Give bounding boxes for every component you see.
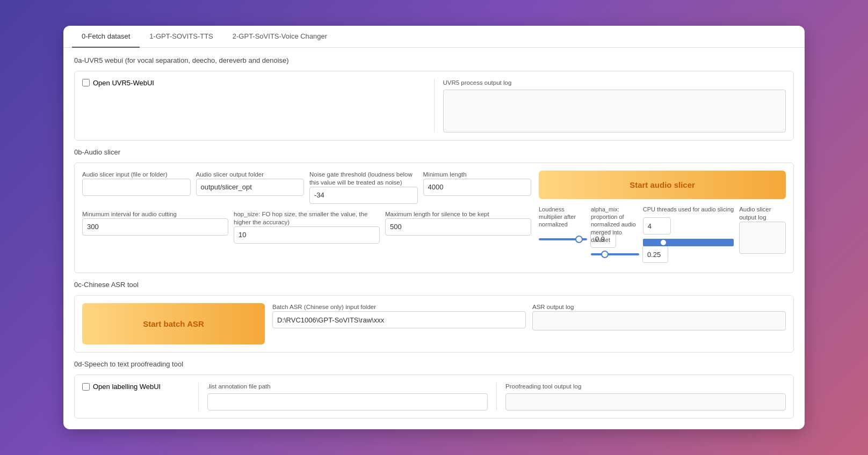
uvr5-log-label: UVR5 process output log	[443, 79, 786, 87]
speech-mid: .list annotation file path	[207, 383, 488, 410]
tab-voice-changer[interactable]: 2-GPT-SoVITS-Voice Changer	[223, 26, 337, 48]
cpu-threads-label: CPU threads used for audio slicing	[643, 206, 734, 213]
speech-right: Proofreading tool output log	[505, 383, 786, 410]
slicer-noise-group: Noise gate threshold (loudness below thi…	[309, 171, 418, 204]
cpu-threads-input[interactable]	[643, 217, 671, 234]
alpha-slider-row	[591, 246, 638, 263]
tab-gpt-sovits-tts[interactable]: 1-GPT-SOVITS-TTS	[140, 26, 222, 48]
start-audio-slicer-button[interactable]: Start audio slicer	[539, 171, 786, 199]
annotation-label: .list annotation file path	[207, 383, 488, 391]
speech-divider-2	[496, 383, 497, 410]
asr-section-title: 0c-Chinese ASR tool	[74, 281, 794, 289]
proofreading-log-box	[505, 393, 786, 410]
slicer-hop-field[interactable]	[234, 226, 380, 244]
uvr5-log-box	[443, 90, 786, 133]
slicer-mininterval-field[interactable]	[82, 218, 228, 236]
uvr5-divider	[434, 79, 435, 133]
uvr5-panel: Open UVR5-WebUI UVR5 process output log	[74, 71, 794, 141]
uvr5-right: UVR5 process output log	[443, 79, 786, 133]
slicer-fields: Audio slicer input (file or folder) Audi…	[82, 171, 531, 265]
open-labelling-checkbox[interactable]	[82, 383, 90, 391]
slicer-input-field[interactable]	[82, 179, 191, 196]
slicer-minlen-group: Minimum length	[423, 171, 532, 204]
loudness-slider-row	[539, 231, 585, 248]
audio-slicer-section-title: 0b-Audio slicer	[74, 148, 794, 156]
slicer-right: Start audio slicer Loudness multiplier a…	[539, 171, 786, 265]
slicer-output-field[interactable]	[196, 179, 305, 196]
proofreading-log-group: Proofreading tool output log	[505, 383, 786, 410]
open-uvr5-checkbox[interactable]	[82, 79, 90, 86]
cpu-threads-group: CPU threads used for audio slicing	[643, 206, 734, 246]
slicer-hop-group: hop_size: FO hop size, the smaller the v…	[234, 210, 380, 244]
slicer-log-group: Audio slicer output log	[739, 206, 786, 254]
asr-input-field[interactable]	[272, 311, 526, 328]
slicer-log-box	[739, 222, 786, 254]
open-labelling-group: Open labelling WebUI	[82, 383, 190, 391]
slicer-hop-label: hop_size: FO hop size, the smaller the v…	[234, 210, 380, 226]
slicer-minlen-label: Minimum length	[423, 171, 532, 179]
speech-divider-1	[198, 383, 199, 410]
slicer-noise-label: Noise gate threshold (loudness below thi…	[309, 171, 418, 187]
cpu-threads-slider[interactable]	[643, 239, 734, 246]
asr-btn-wrap: Start batch ASR	[82, 303, 265, 344]
asr-panel: Start batch ASR Batch ASR (Chinese only)…	[74, 295, 794, 353]
tab-bar: 0-Fetch dataset 1-GPT-SOVITS-TTS 2-GPT-S…	[63, 26, 805, 48]
uvr5-log-group: UVR5 process output log	[443, 79, 786, 133]
alpha-group: alpha_mix: proportion of normalized audi…	[591, 206, 638, 265]
asr-log-group: ASR output log	[532, 303, 786, 331]
slicer-mininterval-group: Minumum interval for audio cutting	[82, 210, 228, 244]
asr-input-group: Batch ASR (Chinese only) input folder	[272, 303, 526, 331]
open-uvr5-group: Open UVR5-WebUI	[82, 79, 425, 87]
slicer-maxsilence-field[interactable]	[385, 218, 531, 236]
uvr5-section-title: 0a-UVR5 webui (for vocal separation, dee…	[74, 56, 794, 64]
loudness-label: Loudness multiplier after normalized	[539, 206, 585, 229]
asr-right: Batch ASR (Chinese only) input folder AS…	[272, 303, 786, 331]
slicer-maxsilence-label: Maximum length for silence to be kept	[385, 210, 531, 218]
alpha-label: alpha_mix: proportion of normalized audi…	[591, 206, 638, 244]
loudness-group: Loudness multiplier after normalized	[539, 206, 585, 250]
audio-slicer-panel: Audio slicer input (file or folder) Audi…	[74, 163, 794, 273]
annotation-group: .list annotation file path	[207, 383, 488, 410]
annotation-input[interactable]	[207, 393, 488, 410]
main-window: 0-Fetch dataset 1-GPT-SOVITS-TTS 2-GPT-S…	[63, 26, 805, 429]
slicer-noise-field[interactable]	[309, 187, 418, 204]
sliders-area: Loudness multiplier after normalized alp…	[539, 206, 786, 265]
uvr5-left: Open UVR5-WebUI	[82, 79, 425, 133]
speech-left: Open labelling WebUI	[82, 383, 190, 391]
asr-log-label: ASR output log	[532, 303, 786, 311]
open-uvr5-label: Open UVR5-WebUI	[93, 79, 154, 87]
slicer-input-group: Audio slicer input (file or folder)	[82, 171, 191, 204]
asr-log-box	[532, 311, 786, 331]
speech-panel: Open labelling WebUI .list annotation fi…	[74, 375, 794, 419]
alpha-value-input[interactable]	[642, 246, 668, 263]
slicer-maxsilence-group: Maximum length for silence to be kept	[385, 210, 531, 244]
slicer-output-label: Audio slicer output folder	[196, 171, 305, 179]
alpha-slider[interactable]	[591, 253, 639, 255]
slicer-row-1: Audio slicer input (file or folder) Audi…	[82, 171, 531, 204]
slicer-log-label: Audio slicer output log	[739, 206, 786, 222]
slicer-row-2: Minumum interval for audio cutting hop_s…	[82, 210, 531, 244]
proofreading-log-label: Proofreading tool output log	[505, 383, 786, 391]
open-labelling-label: Open labelling WebUI	[93, 383, 161, 391]
speech-section-title: 0d-Speech to text proofreading tool	[74, 360, 794, 368]
slicer-minlen-field[interactable]	[423, 179, 532, 196]
tab-fetch-dataset[interactable]: 0-Fetch dataset	[72, 26, 140, 48]
start-batch-asr-button[interactable]: Start batch ASR	[82, 303, 265, 344]
asr-input-label: Batch ASR (Chinese only) input folder	[272, 303, 526, 311]
loudness-slider[interactable]	[539, 238, 587, 240]
slicer-mininterval-label: Minumum interval for audio cutting	[82, 210, 228, 218]
slicer-input-label: Audio slicer input (file or folder)	[82, 171, 191, 179]
slicer-output-group: Audio slicer output folder	[196, 171, 305, 204]
main-content: 0a-UVR5 webui (for vocal separation, dee…	[63, 48, 805, 429]
